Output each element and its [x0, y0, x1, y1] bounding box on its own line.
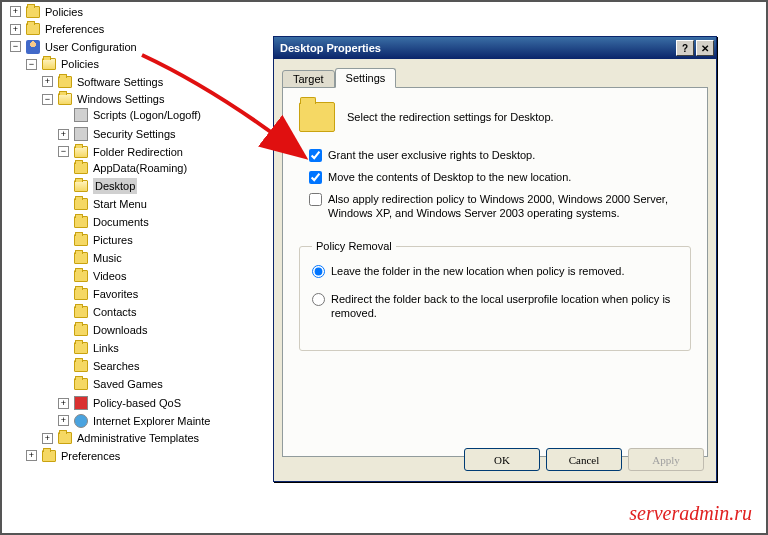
tree-node-contacts[interactable]: Contacts: [74, 304, 136, 320]
expander-plus-icon[interactable]: +: [26, 450, 37, 461]
watermark-text: serveradmin.ru: [629, 502, 752, 525]
tree-node-policies[interactable]: −Policies: [26, 56, 99, 72]
tree-node-folder-redirection[interactable]: −Folder Redirection: [58, 144, 183, 160]
properties-dialog: Desktop Properties ? ✕ Target Settings S…: [273, 36, 717, 482]
radio-redirect-back[interactable]: [312, 293, 325, 306]
folder-icon: [74, 378, 88, 390]
user-icon: [26, 40, 40, 54]
label-move-contents: Move the contents of Desktop to the new …: [328, 170, 571, 184]
tree-node-policies-top[interactable]: +Policies: [10, 4, 83, 20]
expander-plus-icon[interactable]: +: [58, 129, 69, 140]
security-icon: [74, 127, 88, 141]
label-grant-rights: Grant the user exclusive rights to Deskt…: [328, 148, 535, 162]
expander-plus-icon[interactable]: +: [42, 76, 53, 87]
tree-node-start-menu[interactable]: Start Menu: [74, 196, 147, 212]
folder-icon: [74, 216, 88, 228]
folder-icon: [74, 342, 88, 354]
expander-minus-icon[interactable]: −: [42, 94, 53, 105]
ok-button[interactable]: OK: [464, 448, 540, 471]
expander-plus-icon[interactable]: +: [58, 398, 69, 409]
tree-node-desktop[interactable]: Desktop: [74, 178, 137, 194]
tree-node-pictures[interactable]: Pictures: [74, 232, 133, 248]
tree-node-software-settings[interactable]: +Software Settings: [42, 74, 163, 90]
panel-description: Select the redirection settings for Desk…: [347, 111, 554, 123]
tree-node-downloads[interactable]: Downloads: [74, 322, 147, 338]
folder-icon: [74, 270, 88, 282]
label-redirect-back: Redirect the folder back to the local us…: [331, 292, 678, 320]
expander-plus-icon[interactable]: +: [10, 6, 21, 17]
folder-icon: [74, 360, 88, 372]
fieldset-policy-removal: Policy Removal Leave the folder in the n…: [299, 240, 691, 351]
folder-open-icon: [42, 58, 56, 70]
folder-open-icon: [58, 93, 72, 105]
expander-plus-icon[interactable]: +: [42, 433, 53, 444]
tree-node-preferences-top[interactable]: +Preferences: [10, 21, 104, 37]
expander-plus-icon[interactable]: +: [58, 415, 69, 426]
expander-minus-icon[interactable]: −: [26, 59, 37, 70]
folder-icon: [58, 76, 72, 88]
folder-open-icon: [74, 146, 88, 158]
folder-open-icon: [74, 180, 88, 192]
folder-icon: [26, 23, 40, 35]
tree-node-windows-settings[interactable]: −Windows Settings: [42, 91, 164, 107]
folder-icon: [58, 432, 72, 444]
tree-node-saved-games[interactable]: Saved Games: [74, 376, 163, 392]
tree-node-videos[interactable]: Videos: [74, 268, 126, 284]
tree-node-admin-templates[interactable]: +Administrative Templates: [42, 430, 199, 446]
checkbox-apply-legacy[interactable]: [309, 193, 322, 206]
folder-icon: [74, 234, 88, 246]
tree-node-preferences[interactable]: +Preferences: [26, 448, 120, 464]
checkbox-grant-rights[interactable]: [309, 149, 322, 162]
ie-icon: [74, 414, 88, 428]
folder-icon: [74, 198, 88, 210]
folder-icon: [74, 162, 88, 174]
folder-icon: [74, 288, 88, 300]
dialog-titlebar[interactable]: Desktop Properties ? ✕: [274, 37, 716, 59]
help-button[interactable]: ?: [676, 40, 694, 56]
checkbox-move-contents[interactable]: [309, 171, 322, 184]
label-leave-folder: Leave the folder in the new location whe…: [331, 264, 625, 278]
tree-node-ie[interactable]: +Internet Explorer Maintenance: [58, 413, 210, 429]
tree-node-links[interactable]: Links: [74, 340, 119, 356]
script-icon: [74, 108, 88, 122]
tab-strip: Target Settings: [282, 68, 708, 88]
tree-node-qos[interactable]: +Policy-based QoS: [58, 395, 181, 411]
folder-icon: [74, 324, 88, 336]
tree-node-user-config[interactable]: −User Configuration: [10, 39, 137, 55]
dialog-title: Desktop Properties: [280, 42, 674, 54]
tree-view: +Policies +Preferences −User Configurati…: [10, 2, 210, 522]
tree-node-appdata[interactable]: AppData(Roaming): [74, 160, 187, 176]
radio-leave-folder[interactable]: [312, 265, 325, 278]
folder-icon: [42, 450, 56, 462]
folder-icon: [26, 6, 40, 18]
close-button[interactable]: ✕: [696, 40, 714, 56]
tab-target[interactable]: Target: [282, 70, 335, 88]
cancel-button[interactable]: Cancel: [546, 448, 622, 471]
expander-minus-icon[interactable]: −: [10, 41, 21, 52]
tree-node-music[interactable]: Music: [74, 250, 122, 266]
tab-panel-settings: Select the redirection settings for Desk…: [282, 87, 708, 457]
apply-button[interactable]: Apply: [628, 448, 704, 471]
tab-settings[interactable]: Settings: [335, 68, 397, 88]
folder-large-icon: [299, 102, 335, 132]
tree-node-searches[interactable]: Searches: [74, 358, 139, 374]
folder-icon: [74, 306, 88, 318]
tree-node-security[interactable]: +Security Settings: [58, 126, 176, 142]
expander-plus-icon[interactable]: +: [10, 24, 21, 35]
qos-icon: [74, 396, 88, 410]
tree-node-favorites[interactable]: Favorites: [74, 286, 138, 302]
tree-node-scripts[interactable]: Scripts (Logon/Logoff): [58, 107, 201, 123]
folder-icon: [74, 252, 88, 264]
fieldset-legend: Policy Removal: [312, 240, 396, 252]
label-apply-legacy: Also apply redirection policy to Windows…: [328, 192, 691, 220]
expander-minus-icon[interactable]: −: [58, 146, 69, 157]
tree-node-documents[interactable]: Documents: [74, 214, 149, 230]
